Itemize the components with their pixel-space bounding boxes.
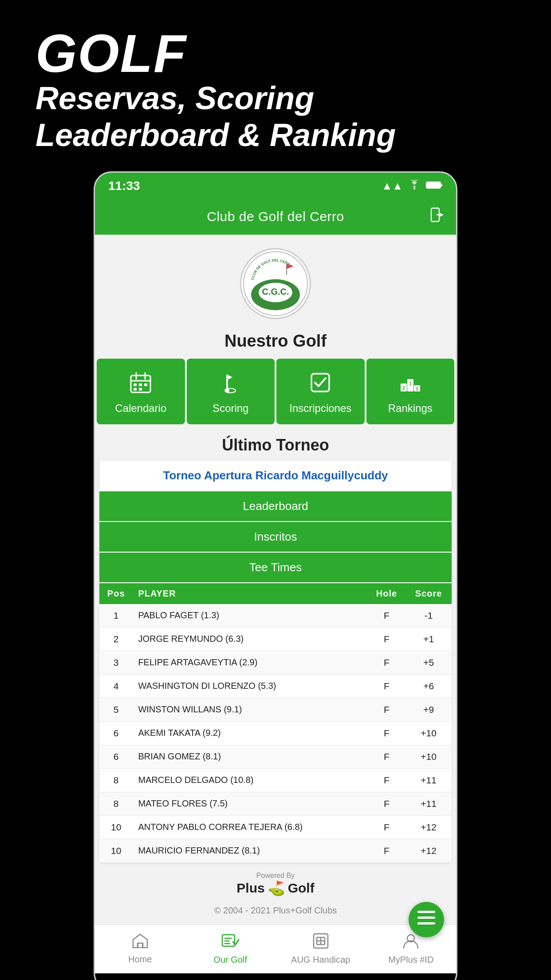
app-subtitle: Reservas, Scoring Leaderboard & Ranking <box>35 80 516 154</box>
plus-golf-logo: Plus ⛳ Golf <box>236 880 314 897</box>
table-row: 10 MAURICIO FERNANDEZ (8.1) F +12 <box>99 839 452 862</box>
cell-player: MATEO FLORES (7.5) <box>133 792 367 815</box>
home-nav-icon <box>132 933 148 952</box>
table-row: 8 MATEO FLORES (7.5) F +11 <box>99 792 452 815</box>
cell-pos: 3 <box>99 651 133 674</box>
svg-rect-44 <box>417 911 435 913</box>
cell-player: PABLO FAGET (1.3) <box>133 604 367 628</box>
fab-menu-icon <box>417 910 435 929</box>
cell-player: BRIAN GOMEZ (8.1) <box>133 745 367 768</box>
inscritos-button[interactable]: Inscritos <box>99 522 452 552</box>
menu-label-inscripciones: Inscripciones <box>289 402 351 415</box>
col-score: Score <box>405 583 452 604</box>
menu-item-inscripciones[interactable]: Inscripciones <box>276 359 365 424</box>
menu-item-rankings[interactable]: 2 1 3 Rankings <box>366 359 455 424</box>
cell-hole: F <box>368 674 406 698</box>
cell-hole: F <box>368 721 406 745</box>
svg-rect-31 <box>138 943 142 948</box>
menu-label-calendario: Calendario <box>115 402 166 415</box>
svg-rect-15 <box>134 383 137 386</box>
nav-aug-handicap[interactable]: AUG Handicap <box>276 925 366 973</box>
copyright-text: © 2004 - 2021 Plus+Golf Clubs <box>214 899 337 925</box>
svg-rect-1 <box>426 182 441 188</box>
nav-home[interactable]: Home <box>95 925 185 973</box>
leaderboard-button[interactable]: Leaderboard <box>99 491 452 521</box>
cell-pos: 10 <box>99 815 133 839</box>
nav-myplus[interactable]: MyPlus #ID <box>366 925 457 973</box>
table-row: 2 JORGE REYMUNDO (6.3) F +1 <box>99 627 452 651</box>
nav-myplus-label: MyPlus #ID <box>388 955 433 965</box>
col-pos: Pos <box>99 583 133 604</box>
club-logo: C.G.C. CLUB DE GOLF DEL CERRO <box>240 248 311 319</box>
cell-pos: 2 <box>99 627 133 651</box>
menu-item-scoring[interactable]: Scoring <box>187 359 275 424</box>
cell-player: ANTONY PABLO CORREA TEJERA (6.8) <box>133 815 367 839</box>
col-player: PLAYER <box>133 583 367 604</box>
table-row: 8 MARCELO DELGADO (10.8) F +11 <box>99 768 452 792</box>
app-title: GOLF <box>35 27 516 80</box>
cell-score: +9 <box>405 698 452 721</box>
svg-text:C.G.C.: C.G.C. <box>262 287 289 296</box>
cell-score: +1 <box>405 627 452 651</box>
app-header: Club de Golf del Cerro <box>95 199 456 235</box>
cell-hole: F <box>368 651 406 674</box>
table-row: 1 PABLO FAGET (1.3) F -1 <box>99 604 452 628</box>
menu-item-calendario[interactable]: Calendario <box>97 359 185 424</box>
table-row: 4 WASHINGTON DI LORENZO (5.3) F +6 <box>99 674 452 698</box>
table-row: 6 AKEMI TAKATA (9.2) F +10 <box>99 721 452 745</box>
powered-by-label: Powered By <box>236 872 314 880</box>
cell-score: -1 <box>405 604 452 628</box>
status-time: 11:33 <box>108 179 140 193</box>
svg-rect-16 <box>139 383 142 386</box>
cell-player: AKEMI TAKATA (9.2) <box>133 721 367 745</box>
cell-pos: 5 <box>99 698 133 721</box>
svg-point-0 <box>413 188 415 190</box>
leaderboard-table: Pos PLAYER Hole Score 1 PABLO FAGET (1.3… <box>99 583 452 863</box>
col-hole: Hole <box>368 583 406 604</box>
nav-our-golf[interactable]: Our Golf <box>185 925 276 973</box>
cell-score: +6 <box>405 674 452 698</box>
phone-screen: 11:33 ▲▲ <box>94 171 457 980</box>
cell-score: +10 <box>405 745 452 768</box>
logout-icon[interactable] <box>430 207 445 226</box>
cell-pos: 1 <box>99 604 133 628</box>
menu-grid: Calendario Scoring <box>97 359 454 424</box>
main-content: C.G.C. CLUB DE GOLF DEL CERRO <box>95 235 456 925</box>
cell-hole: F <box>368 698 406 721</box>
nav-our-golf-label: Our Golf <box>213 955 247 965</box>
rankings-icon: 2 1 3 <box>399 371 422 398</box>
tee-times-button[interactable]: Tee Times <box>99 553 452 582</box>
inscripciones-icon <box>309 371 332 398</box>
app-container: GOLF Reservas, Scoring Leaderboard & Ran… <box>0 0 551 980</box>
svg-rect-19 <box>139 388 142 391</box>
svg-marker-21 <box>227 375 232 380</box>
menu-label-scoring: Scoring <box>213 402 248 415</box>
table-row: 3 FELIPE ARTAGAVEYTIA (2.9) F +5 <box>99 651 452 674</box>
cell-hole: F <box>368 839 406 862</box>
phone-frame: 11:33 ▲▲ <box>94 171 457 980</box>
cell-pos: 8 <box>99 792 133 815</box>
table-row: 6 BRIAN GOMEZ (8.1) F +10 <box>99 745 452 768</box>
nav-home-label: Home <box>128 954 152 964</box>
cell-score: +12 <box>405 815 452 839</box>
powered-by-area: Powered By Plus ⛳ Golf <box>236 863 314 899</box>
cell-hole: F <box>368 815 406 839</box>
svg-rect-17 <box>144 383 147 386</box>
scoring-icon <box>219 371 242 398</box>
cell-hole: F <box>368 768 406 792</box>
aug-handicap-nav-icon <box>313 933 329 953</box>
wifi-icon <box>408 180 421 192</box>
ultimo-torneo-title: Último Torneo <box>222 436 329 454</box>
menu-label-rankings: Rankings <box>388 402 433 415</box>
cell-hole: F <box>368 604 406 628</box>
svg-rect-2 <box>441 184 442 186</box>
cell-score: +5 <box>405 651 452 674</box>
svg-text:2: 2 <box>402 386 405 391</box>
fab-menu-button[interactable] <box>409 902 444 937</box>
cell-hole: F <box>368 745 406 768</box>
svg-text:3: 3 <box>416 387 418 391</box>
title-area: GOLF Reservas, Scoring Leaderboard & Ran… <box>0 0 551 171</box>
home-indicator <box>95 973 456 980</box>
cell-player: MAURICIO FERNANDEZ (8.1) <box>133 839 367 862</box>
myplus-nav-icon <box>403 933 419 953</box>
